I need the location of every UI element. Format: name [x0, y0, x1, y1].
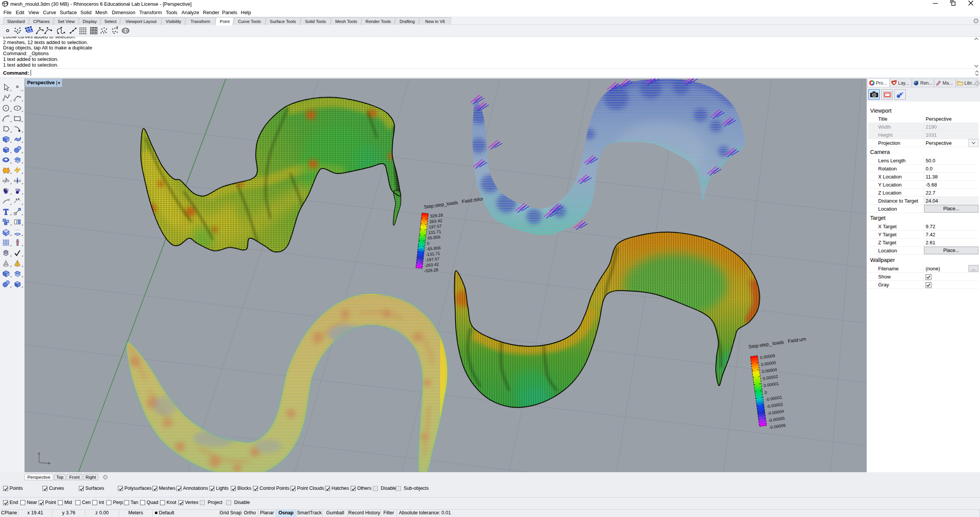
svg-text:-65.856: -65.856: [426, 245, 441, 252]
svg-text:-131.71: -131.71: [426, 251, 440, 257]
svg-text:-197.57: -197.57: [425, 256, 439, 262]
svg-text:-0.00006: -0.00006: [769, 423, 786, 430]
svg-text:-0.00005: -0.00005: [768, 416, 785, 423]
svg-text:263.42: 263.42: [429, 218, 443, 224]
svg-text:0.00005: 0.00005: [761, 360, 776, 367]
svg-text:0.00002: 0.00002: [763, 374, 778, 381]
svg-text:-263.42: -263.42: [425, 262, 439, 268]
svg-text:0.00001: 0.00001: [763, 381, 779, 388]
svg-text:Step:step_loads Field:rbfor: Step:step_loads Field:rbfor: [423, 196, 483, 210]
svg-text:65.856: 65.856: [427, 234, 441, 240]
svg-text:-0.00004: -0.00004: [767, 409, 784, 416]
svg-text:131.71: 131.71: [428, 229, 441, 235]
svg-text:-0.00002: -0.00002: [766, 402, 783, 409]
svg-text:-0.00001: -0.00001: [765, 395, 782, 402]
svg-text:Step:step_ loads Field:um: Step:step_ loads Field:um: [748, 336, 806, 350]
svg-text:0.00006: 0.00006: [760, 353, 776, 360]
svg-text:197.57: 197.57: [429, 224, 442, 229]
svg-text:0: 0: [427, 241, 430, 246]
svg-text:-329.28: -329.28: [424, 267, 438, 273]
svg-text:0: 0: [764, 390, 767, 395]
svg-text:0.00004: 0.00004: [761, 367, 777, 374]
svg-text:329.28: 329.28: [430, 213, 443, 218]
